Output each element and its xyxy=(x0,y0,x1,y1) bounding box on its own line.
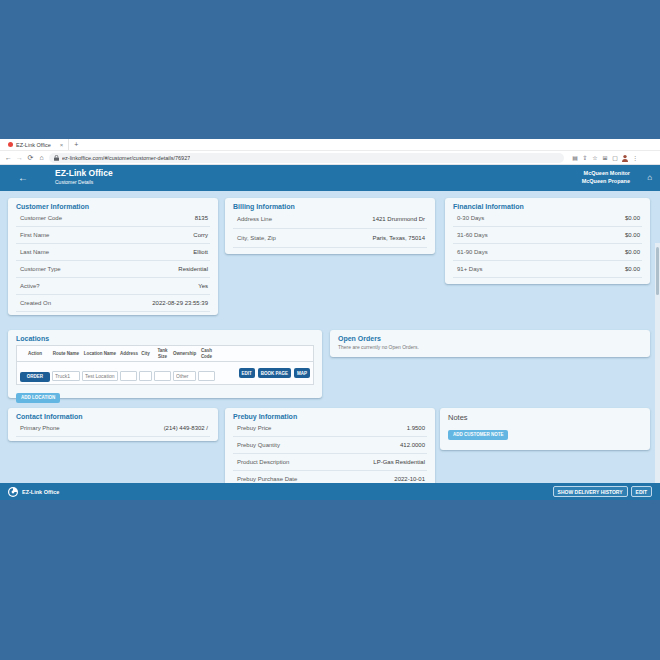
contact-information-card: Contact Information Primary Phone (214) … xyxy=(8,408,218,441)
row-label: Product Description xyxy=(237,459,289,465)
row-value: 1.9500 xyxy=(407,425,425,431)
col-header-route-name: Route Name xyxy=(52,351,80,357)
browser-address-bar: ← → ⟳ ⌂ ez-linkoffice.com/#/customer/cus… xyxy=(0,151,660,165)
scrollbar-thumb[interactable] xyxy=(656,247,659,295)
browser-menu-icon[interactable]: ⋮ xyxy=(630,154,640,161)
row-label: First Name xyxy=(20,232,49,238)
row-value: Yes xyxy=(198,283,208,289)
locations-table: Action Route Name Location Name Address … xyxy=(16,345,314,385)
side-panel-icon[interactable]: ▤ xyxy=(570,154,580,161)
order-button[interactable]: ORDER xyxy=(20,372,50,382)
footer-edit-button[interactable]: EDIT xyxy=(631,486,652,497)
desktop-background: { "browser": { "tab_title": "EZ-Link Off… xyxy=(0,0,660,660)
col-header-city: City xyxy=(139,351,152,357)
prebuy-quantity-row: Prebuy Quantity 412.0000 xyxy=(233,437,427,454)
edit-location-button[interactable]: EDIT xyxy=(239,368,255,378)
page-scrollbar[interactable] xyxy=(655,243,660,483)
row-value: Paris, Texas, 75014 xyxy=(372,235,425,241)
profile-avatar[interactable] xyxy=(620,154,630,162)
col-header-action: Action xyxy=(20,351,50,357)
aging-61-90-row: 61-90 Days $0.00 xyxy=(453,244,642,261)
add-location-button[interactable]: ADD LOCATION xyxy=(16,393,60,403)
primary-phone-row: Primary Phone (214) 449-8302 / xyxy=(16,420,210,437)
row-label: Active? xyxy=(20,283,40,289)
map-button[interactable]: MAP xyxy=(294,368,310,378)
back-icon[interactable]: ← xyxy=(3,154,14,161)
row-value: 8135 xyxy=(195,215,208,221)
cash-code-field[interactable] xyxy=(198,371,215,381)
row-label: Prebuy Quantity xyxy=(237,442,280,448)
reload-icon[interactable]: ⟳ xyxy=(25,154,36,162)
notes-title: Notes xyxy=(448,413,642,422)
app-back-button[interactable]: ← xyxy=(18,172,28,183)
row-value: Elliott xyxy=(193,249,208,255)
add-customer-note-button[interactable]: ADD CUSTOMER NOTE xyxy=(448,430,508,440)
book-page-button[interactable]: BOOK PAGE xyxy=(258,368,291,378)
forward-icon[interactable]: → xyxy=(14,154,25,161)
active-row: Active? Yes xyxy=(16,278,210,295)
row-value: Corry xyxy=(193,232,208,238)
row-label: 91+ Days xyxy=(457,266,483,272)
address-field[interactable] xyxy=(120,371,137,381)
row-value: 2022-10-01 xyxy=(394,476,425,482)
row-label: Prebuy Price xyxy=(237,425,271,431)
new-tab-button[interactable]: + xyxy=(74,141,78,148)
account-info[interactable]: McQueen Monitor McQueen Propane xyxy=(582,170,630,186)
extensions-icon[interactable]: ⊞ xyxy=(600,154,610,161)
notes-card: Notes ADD CUSTOMER NOTE xyxy=(440,408,650,450)
row-label: Primary Phone xyxy=(20,425,60,431)
browser-home-icon[interactable]: ⌂ xyxy=(36,154,47,161)
show-delivery-history-button[interactable]: SHOW DELIVERY HISTORY xyxy=(553,486,628,497)
aging-31-60-row: 31-60 Days $0.00 xyxy=(453,227,642,244)
bookmark-star-icon[interactable]: ☆ xyxy=(590,154,600,161)
locations-card: Locations Action Route Name Location Nam… xyxy=(8,330,322,398)
ezlink-logo-icon xyxy=(8,487,18,497)
billing-information-title: Billing Information xyxy=(233,203,427,210)
row-label: Address Line xyxy=(237,216,272,222)
locations-title: Locations xyxy=(16,335,314,342)
open-orders-title: Open Orders xyxy=(338,335,642,342)
tab-group-icon[interactable]: ▢ xyxy=(610,154,620,161)
browser-tab[interactable]: EZ-Link Office × xyxy=(3,139,69,150)
aging-0-30-row: 0-30 Days $0.00 xyxy=(453,210,642,227)
page-content: Customer Information Customer Code 8135 … xyxy=(0,191,660,483)
row-value: LP-Gas Residential xyxy=(373,459,425,465)
route-name-field[interactable] xyxy=(52,371,80,381)
row-label: City, State, Zip xyxy=(237,235,276,241)
product-description-row: Product Description LP-Gas Residential xyxy=(233,454,427,471)
row-value: $0.00 xyxy=(625,232,640,238)
financial-information-card: Financial Information 0-30 Days $0.00 31… xyxy=(445,198,650,284)
location-name-field[interactable] xyxy=(82,371,118,381)
customer-type-row: Customer Type Residential xyxy=(16,261,210,278)
city-field[interactable] xyxy=(139,371,152,381)
browser-window: EZ-Link Office × + ← → ⟳ ⌂ ez-linkoffice… xyxy=(0,139,660,500)
row-value: $0.00 xyxy=(625,215,640,221)
app-home-icon[interactable]: ⌂ xyxy=(647,173,652,182)
row-label: Last Name xyxy=(20,249,49,255)
row-label: 31-60 Days xyxy=(457,232,488,238)
row-value: 1421 Drummond Dr xyxy=(372,216,425,222)
last-name-row: Last Name Elliott xyxy=(16,244,210,261)
url-input[interactable]: ez-linkoffice.com/#/customer/customer-de… xyxy=(49,153,564,163)
col-header-cash-code: Cash Code xyxy=(198,348,215,359)
tab-close-icon[interactable]: × xyxy=(60,142,64,148)
share-icon[interactable]: ⇪ xyxy=(580,154,590,161)
tank-size-field[interactable] xyxy=(154,371,171,381)
customer-code-row: Customer Code 8135 xyxy=(16,210,210,227)
row-value: 2022-08-29 23:55:39 xyxy=(152,300,208,306)
row-label: Customer Code xyxy=(20,215,62,221)
browser-tab-bar: EZ-Link Office × + xyxy=(0,139,660,151)
open-orders-empty-text: There are currently no Open Orders. xyxy=(338,344,642,350)
row-label: 0-30 Days xyxy=(457,215,484,221)
customer-information-title: Customer Information xyxy=(16,203,210,210)
page-title: Customer Details xyxy=(55,179,113,185)
ownership-field[interactable] xyxy=(173,371,196,381)
aging-91-plus-row: 91+ Days $0.00 xyxy=(453,261,642,278)
row-value: 412.0000 xyxy=(400,442,425,448)
account-line-2: McQueen Propane xyxy=(582,178,630,186)
prebuy-purchase-date-row: Prebuy Purchase Date 2022-10-01 xyxy=(233,471,427,483)
row-label: Created On xyxy=(20,300,51,306)
col-header-address: Address xyxy=(120,351,137,357)
row-label: 61-90 Days xyxy=(457,249,488,255)
tab-title: EZ-Link Office xyxy=(16,142,51,148)
